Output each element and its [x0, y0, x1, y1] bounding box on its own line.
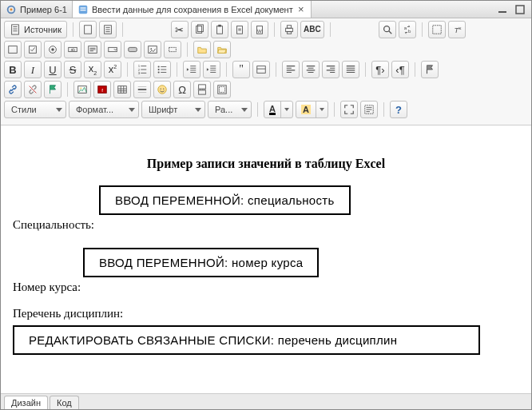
- styles-combo[interactable]: Стили: [4, 101, 66, 118]
- folder-open-icon: [216, 44, 228, 55]
- source-button[interactable]: Источник: [4, 21, 67, 38]
- tab-design[interactable]: Дизайн: [4, 396, 48, 409]
- imagebutton-button[interactable]: [144, 41, 161, 58]
- link-button[interactable]: [4, 81, 22, 98]
- scissors-icon: ✂: [175, 25, 184, 35]
- svg-text:ab: ab: [70, 47, 75, 52]
- flash-button[interactable]: f: [93, 81, 111, 98]
- about-button[interactable]: ?: [390, 101, 407, 118]
- minimize-button[interactable]: [496, 4, 509, 15]
- svg-text:3: 3: [138, 71, 141, 75]
- size-combo[interactable]: Ра...: [208, 101, 252, 118]
- editor-scroll[interactable]: Пример записи значений в таблицу Excel В…: [2, 147, 530, 392]
- bold-button[interactable]: B: [4, 61, 22, 78]
- align-right-button[interactable]: [322, 61, 339, 78]
- paste-text-button[interactable]: [231, 21, 248, 38]
- bgcolor-button[interactable]: A: [296, 101, 328, 118]
- maximize-editor-button[interactable]: [340, 101, 358, 118]
- close-icon[interactable]: ×: [296, 5, 306, 14]
- svg-text:×: ×: [458, 26, 461, 31]
- align-center-button[interactable]: [302, 61, 320, 78]
- creatediv-button[interactable]: [252, 61, 270, 78]
- clipboard-w-icon: W: [254, 24, 265, 35]
- iframe-button[interactable]: [213, 81, 231, 98]
- textarea-icon: [87, 44, 98, 55]
- svg-point-41: [158, 66, 160, 67]
- outdent-button[interactable]: [183, 61, 200, 78]
- spellcheck-button[interactable]: ABC: [300, 21, 324, 38]
- placeholder-specialty[interactable]: ВВОД ПЕРЕМЕННОЙ: специальность: [99, 185, 351, 215]
- folder-button-2[interactable]: [213, 41, 231, 58]
- table-button[interactable]: [113, 81, 131, 98]
- editor-tab-2[interactable]: Ввести данные для сохранения в Excel док…: [73, 1, 312, 18]
- bullist-button[interactable]: [153, 61, 171, 78]
- image-button[interactable]: [73, 81, 91, 98]
- blockquote-button[interactable]: ": [232, 61, 250, 78]
- numlist-button[interactable]: 123: [133, 61, 151, 78]
- placeholder-disciplines[interactable]: РЕДАКТИРОВАТЬ СВЯЗАННЫЕ СПИСКИ: перечень…: [13, 325, 480, 355]
- bgcolor-icon: A: [301, 105, 311, 114]
- placeholder-course[interactable]: ВВОД ПЕРЕМЕННОЙ: номер курса: [83, 248, 319, 277]
- subscript-button[interactable]: x2: [84, 61, 101, 78]
- copy-button[interactable]: [191, 21, 208, 38]
- paste-word-button[interactable]: W: [251, 21, 268, 38]
- copy-icon: [194, 24, 205, 35]
- superscript-button[interactable]: x2: [104, 61, 121, 78]
- align-justify-button[interactable]: [342, 61, 359, 78]
- strike-button[interactable]: S: [64, 61, 81, 78]
- underline-button[interactable]: U: [44, 61, 62, 78]
- chevron-down-icon: [56, 108, 62, 112]
- checkbox-icon: [27, 44, 38, 55]
- special-char-button[interactable]: Ω: [173, 81, 191, 98]
- italic-button[interactable]: I: [24, 61, 42, 78]
- document-body[interactable]: Пример записи значений в таблицу Excel В…: [2, 147, 530, 364]
- div-icon: [256, 64, 267, 75]
- cut-button[interactable]: ✂: [171, 21, 189, 38]
- textfield-button[interactable]: ab: [64, 41, 81, 58]
- svg-rect-18: [287, 26, 291, 29]
- radio-button[interactable]: [44, 41, 62, 58]
- select-button[interactable]: [104, 41, 121, 58]
- hr-icon: [137, 84, 148, 95]
- bidi-rtl-button[interactable]: ‹¶: [391, 61, 409, 78]
- smiley-button[interactable]: [153, 81, 171, 98]
- remove-format-icon: T×: [451, 24, 463, 35]
- hr-button[interactable]: [133, 81, 151, 98]
- unlink-button[interactable]: [24, 81, 42, 98]
- replace-button[interactable]: ab: [399, 21, 416, 38]
- chevron-down-icon: [284, 108, 289, 111]
- textcolor-button[interactable]: A: [264, 101, 293, 118]
- bidi-ltr-button[interactable]: ¶›: [371, 61, 389, 78]
- anchor-button[interactable]: [44, 81, 62, 98]
- folder-button-1[interactable]: [193, 41, 211, 58]
- tab-code[interactable]: Код: [50, 396, 79, 409]
- paste-button[interactable]: [211, 21, 228, 38]
- removeformat-button[interactable]: T×: [448, 21, 466, 38]
- align-left-button[interactable]: [282, 61, 300, 78]
- preview-button[interactable]: [99, 21, 117, 38]
- editor-tab-1[interactable]: Пример 6-1: [1, 1, 73, 18]
- search-icon: [382, 24, 393, 35]
- hidden-button[interactable]: [164, 41, 181, 58]
- pagebreak-button[interactable]: [193, 81, 211, 98]
- svg-rect-4: [80, 10, 85, 10]
- svg-rect-7: [12, 25, 19, 34]
- format-combo[interactable]: Формат...: [69, 101, 139, 118]
- new-page-button[interactable]: [79, 21, 97, 38]
- showblocks-button[interactable]: [360, 101, 378, 118]
- align-right-icon: [325, 64, 336, 75]
- checkbox-button[interactable]: [24, 41, 42, 58]
- maximize-button[interactable]: [514, 4, 526, 15]
- language-button[interactable]: [421, 61, 439, 78]
- italic-icon: I: [31, 65, 34, 75]
- font-combo[interactable]: Шрифт: [141, 101, 205, 118]
- clipboard-icon: [214, 24, 225, 35]
- form-button[interactable]: [4, 41, 22, 58]
- print-button[interactable]: [280, 21, 298, 38]
- button-button[interactable]: [124, 41, 141, 58]
- selectall-button[interactable]: [428, 21, 446, 38]
- form-icon: [7, 44, 18, 55]
- indent-button[interactable]: [203, 61, 220, 78]
- textarea-button[interactable]: [84, 41, 101, 58]
- find-button[interactable]: [379, 21, 396, 38]
